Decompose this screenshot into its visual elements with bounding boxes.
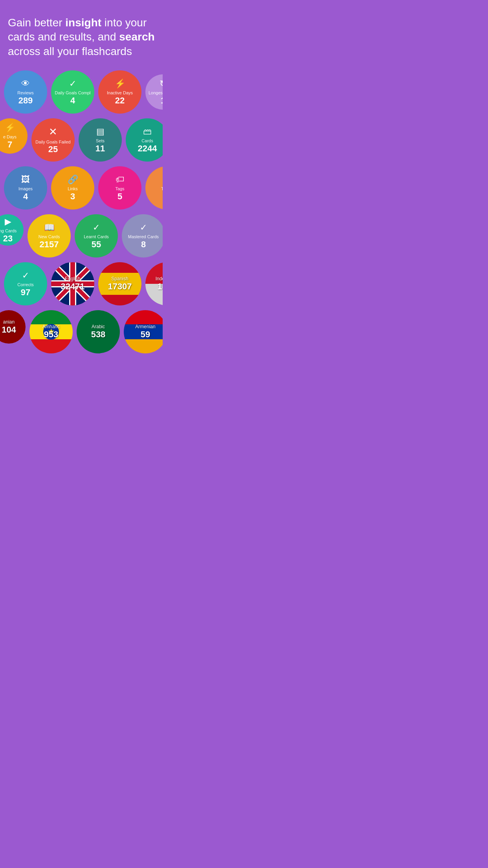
- english-circle[interactable]: English 32471: [51, 262, 94, 305]
- type-icon: 📁: [162, 175, 163, 185]
- mastered-check-icon: ✓: [140, 223, 147, 233]
- longest-streak-label: Longest Streak: [149, 90, 163, 96]
- learnt-cards-value: 55: [92, 240, 101, 249]
- armenian-value: 59: [135, 329, 155, 340]
- stats-grid: 👁 Reviews 289 ✓ Daily Goals Compl 4 ⚡ In…: [0, 70, 163, 353]
- spanish-value: 17307: [108, 281, 132, 292]
- indonesian-text: Indonesian 1523: [156, 276, 163, 292]
- sets-label: Sets: [96, 138, 105, 143]
- images-label: Images: [18, 186, 33, 191]
- spanish-circle[interactable]: Spanish 17307: [98, 262, 141, 305]
- types-label: Types: [161, 186, 163, 191]
- sets-circle[interactable]: ▤ Sets 11: [79, 118, 122, 162]
- cards-value: 2244: [138, 144, 157, 153]
- learnt-check-icon: ✓: [93, 223, 100, 233]
- link-icon: 🔗: [68, 175, 78, 185]
- row-3: 🖼 Images 4 🔗 Links 3 🏷 Tags 5 📁 Types 3: [4, 166, 159, 210]
- corrects-value: 97: [21, 288, 30, 297]
- inactive-days-value: 22: [115, 96, 125, 105]
- armenian-circle[interactable]: Armenian 59: [124, 310, 163, 353]
- amharic-value: 953: [42, 329, 60, 340]
- anian-value: 104: [2, 325, 16, 335]
- learning-cards-label: ng Cards: [0, 228, 17, 234]
- mastered-cards-circle[interactable]: ✓ Mastered Cards 8: [122, 214, 163, 257]
- spanish-label: Spanish: [108, 276, 132, 281]
- armenian-label: Armenian: [135, 324, 155, 329]
- reviews-circle[interactable]: 👁 Reviews 289: [4, 70, 47, 114]
- daily-goals-completed-circle[interactable]: ✓ Daily Goals Compl 4: [51, 70, 94, 114]
- longest-streak-circle[interactable]: ↻ Longest Streak 1: [145, 74, 163, 110]
- english-value: 32471: [61, 281, 84, 292]
- eye-icon: 👁: [21, 79, 30, 89]
- anian-text: anian 104: [2, 319, 16, 335]
- svg-rect-15: [29, 339, 73, 353]
- arabic-circle[interactable]: Arabic 538: [77, 310, 120, 353]
- new-cards-label: New Cards: [39, 234, 60, 239]
- indonesian-label: Indonesian: [156, 276, 163, 281]
- cards-label: Cards: [141, 138, 153, 143]
- active-days-label: e Days: [3, 134, 17, 140]
- tags-circle[interactable]: 🏷 Tags 5: [98, 166, 141, 210]
- links-label: Links: [68, 186, 78, 191]
- links-value: 3: [70, 192, 75, 201]
- new-cards-circle[interactable]: 📖 New Cards 2157: [28, 214, 71, 257]
- mastered-cards-label: Mastered Cards: [128, 234, 159, 239]
- longest-streak-value: 1: [161, 96, 163, 105]
- sets-value: 11: [95, 144, 105, 153]
- tags-label: Tags: [115, 186, 124, 191]
- anian-label: anian: [2, 319, 16, 325]
- image-icon: 🖼: [21, 175, 30, 185]
- lightning-icon: ⚡: [5, 123, 15, 133]
- row-4: ▶ ng Cards 23 📖 New Cards 2157 ✓ Learnt …: [0, 214, 159, 257]
- book-icon: 📖: [44, 223, 55, 233]
- learnt-cards-label: Learnt Cards: [84, 234, 109, 239]
- play-icon: ▶: [5, 217, 11, 227]
- types-circle[interactable]: 📁 Types 3: [145, 166, 163, 210]
- armenian-text: Armenian 59: [135, 324, 155, 340]
- daily-goals-failed-label: Daily Goals Failed: [35, 140, 70, 145]
- row-6: anian 104 ★ Amharic 953 Arabic 538: [0, 310, 159, 353]
- indonesian-value: 1523: [156, 281, 163, 292]
- flash-icon: ⚡: [115, 79, 125, 89]
- refresh-icon: ↻: [160, 79, 163, 89]
- links-circle[interactable]: 🔗 Links 3: [51, 166, 94, 210]
- spanish-text: Spanish 17307: [108, 276, 132, 292]
- x-icon: ✕: [49, 126, 57, 138]
- corrects-circle[interactable]: ✓ Corrects 97: [4, 262, 47, 305]
- indonesian-circle[interactable]: Indonesian 1523: [145, 262, 163, 305]
- arabic-value: 538: [91, 329, 106, 340]
- row-2: ⚡ e Days 7 ✕ Daily Goals Failed 25 ▤ Set…: [0, 118, 159, 162]
- arabic-label: Arabic: [91, 324, 106, 329]
- amharic-label: Amharic: [42, 324, 60, 329]
- cards-icon: 🗃: [143, 127, 152, 137]
- header: Gain better insight into your cards and …: [0, 0, 163, 70]
- mastered-cards-value: 8: [141, 240, 146, 249]
- reviews-value: 289: [18, 96, 33, 105]
- tag-icon: 🏷: [116, 175, 124, 185]
- english-label: English: [61, 276, 84, 281]
- active-days-value: 7: [7, 140, 12, 149]
- svg-rect-20: [124, 339, 163, 353]
- cards-circle[interactable]: 🗃 Cards 2244: [126, 118, 163, 162]
- svg-rect-18: [124, 310, 163, 324]
- daily-goals-failed-circle[interactable]: ✕ Daily Goals Failed 25: [31, 118, 75, 162]
- daily-goals-completed-value: 4: [70, 96, 75, 105]
- tags-value: 5: [117, 192, 122, 201]
- folder-icon: ▤: [96, 127, 105, 137]
- learnt-cards-circle[interactable]: ✓ Learnt Cards 55: [75, 214, 118, 257]
- images-circle[interactable]: 🖼 Images 4: [4, 166, 47, 210]
- inactive-days-label: Inactive Days: [107, 90, 133, 96]
- images-value: 4: [23, 192, 28, 201]
- daily-goals-completed-label: Daily Goals Compl: [55, 90, 90, 96]
- inactive-days-circle[interactable]: ⚡ Inactive Days 22: [98, 70, 141, 114]
- learning-cards-circle[interactable]: ▶ ng Cards 23: [0, 214, 24, 246]
- amharic-circle[interactable]: ★ Amharic 953: [29, 310, 73, 353]
- active-days-circle[interactable]: ⚡ e Days 7: [0, 118, 28, 154]
- amharic-text: Amharic 953: [42, 324, 60, 340]
- reviews-label: Reviews: [17, 90, 34, 96]
- row-5: ✓ Corrects 97 English 32471: [4, 262, 159, 305]
- anian-circle[interactable]: anian 104: [0, 310, 26, 344]
- check-icon: ✓: [69, 79, 76, 89]
- daily-goals-failed-value: 25: [48, 145, 58, 154]
- learning-cards-value: 23: [3, 234, 13, 243]
